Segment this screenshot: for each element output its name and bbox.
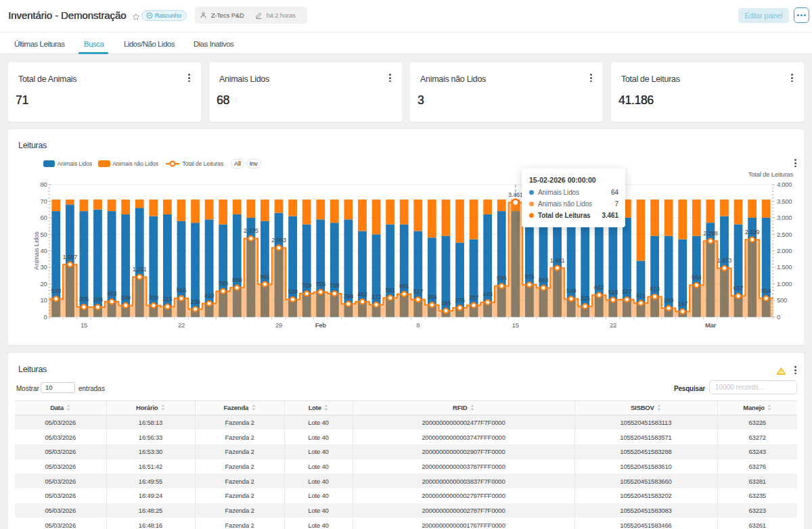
svg-text:10: 10	[41, 296, 47, 304]
svg-text:4.000: 4.000	[777, 181, 792, 188]
svg-text:500: 500	[777, 296, 787, 304]
svg-text:1.481: 1.481	[550, 257, 565, 264]
svg-text:2.000: 2.000	[777, 247, 792, 254]
svg-text:315: 315	[162, 296, 173, 302]
svg-text:637: 637	[734, 285, 744, 292]
svg-text:22: 22	[178, 321, 185, 329]
svg-text:549: 549	[566, 288, 577, 294]
svg-text:298: 298	[93, 296, 103, 303]
svg-text:548: 548	[51, 288, 62, 294]
svg-text:350: 350	[149, 294, 159, 301]
svg-text:0: 0	[777, 313, 780, 321]
svg-text:20: 20	[41, 280, 47, 288]
svg-text:269: 269	[664, 297, 674, 304]
svg-text:349: 349	[120, 294, 131, 301]
svg-text:29: 29	[275, 321, 282, 329]
svg-text:964: 964	[692, 274, 702, 281]
svg-text:8: 8	[416, 321, 420, 329]
svg-text:976: 976	[524, 273, 535, 280]
svg-text:709: 709	[302, 282, 312, 289]
svg-text:325: 325	[580, 295, 590, 302]
svg-text:691: 691	[399, 283, 409, 290]
svg-text:305: 305	[79, 296, 89, 302]
svg-text:2.375: 2.375	[244, 227, 258, 234]
svg-text:527: 527	[413, 288, 424, 295]
svg-text:1.500: 1.500	[777, 263, 792, 271]
svg-text:235: 235	[190, 298, 200, 305]
svg-text:755: 755	[316, 281, 326, 288]
svg-text:80: 80	[41, 181, 47, 188]
svg-text:22: 22	[610, 321, 616, 329]
svg-text:527: 527	[622, 288, 632, 295]
svg-text:186: 186	[441, 300, 451, 306]
svg-text:15: 15	[81, 321, 87, 329]
svg-text:991: 991	[260, 273, 270, 280]
svg-text:15: 15	[512, 321, 519, 329]
svg-text:372: 372	[371, 294, 382, 300]
svg-text:518: 518	[608, 289, 618, 296]
svg-text:276: 276	[455, 297, 465, 304]
svg-text:1.473: 1.473	[717, 257, 732, 264]
svg-text:662: 662	[594, 284, 604, 291]
svg-text:708: 708	[330, 282, 340, 289]
svg-text:Mar: Mar	[705, 321, 717, 329]
svg-text:3.500: 3.500	[777, 198, 792, 205]
svg-text:50: 50	[41, 231, 47, 238]
svg-text:564: 564	[761, 288, 771, 294]
svg-text:366: 366	[427, 294, 437, 300]
svg-text:1.211: 1.211	[133, 266, 147, 273]
svg-text:167: 167	[678, 300, 688, 307]
svg-text:2.093: 2.093	[271, 237, 286, 244]
svg-text:528: 528	[288, 288, 298, 295]
svg-text:70: 70	[41, 198, 47, 205]
svg-text:357: 357	[469, 294, 479, 301]
svg-text:581: 581	[385, 287, 395, 294]
svg-text:2.339: 2.339	[745, 229, 760, 235]
svg-text:936: 936	[497, 275, 507, 281]
svg-text:1.000: 1.000	[777, 280, 792, 288]
svg-text:780: 780	[218, 280, 228, 287]
svg-text:462: 462	[357, 291, 367, 298]
svg-text:613: 613	[650, 285, 660, 292]
svg-text:566: 566	[177, 287, 187, 294]
svg-text:3.000: 3.000	[777, 214, 792, 221]
svg-text:30: 30	[41, 263, 47, 271]
svg-text:40: 40	[41, 247, 47, 254]
svg-text:2.500: 2.500	[777, 231, 792, 238]
svg-text:0: 0	[44, 313, 47, 321]
svg-text:3.461: 3.461	[508, 191, 523, 198]
svg-text:463: 463	[107, 290, 117, 297]
svg-text:421: 421	[636, 292, 646, 299]
svg-text:1.587: 1.587	[63, 254, 78, 260]
svg-text:888: 888	[232, 277, 242, 283]
svg-text:883: 883	[539, 277, 549, 283]
svg-text:443: 443	[482, 291, 493, 298]
svg-text:60: 60	[41, 214, 47, 221]
svg-text:398: 398	[344, 293, 354, 300]
svg-text:410: 410	[204, 292, 215, 299]
svg-text:2.298: 2.298	[703, 230, 718, 237]
svg-text:Feb: Feb	[315, 321, 326, 329]
